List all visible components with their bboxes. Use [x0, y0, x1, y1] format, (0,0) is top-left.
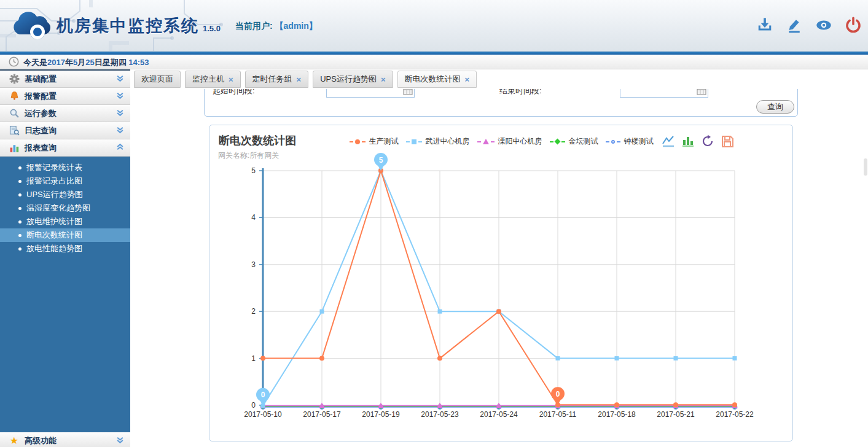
tab-定时任务组[interactable]: 定时任务组× [245, 71, 309, 88]
chevron-double-up-icon [116, 142, 124, 154]
sidebar-menu-item[interactable]: 基础配置 [0, 71, 130, 88]
tab-close-icon[interactable]: × [381, 75, 386, 84]
sidebar-submenu-item[interactable]: 断电次数统计图 [0, 228, 130, 242]
tab-UPS运行趋势图[interactable]: UPS运行趋势图× [313, 71, 393, 88]
date-bar: 今天是2017年5月25日星期四 14:53 [0, 55, 868, 69]
markpoint-pin: 0 [551, 387, 565, 405]
chart-panel: 断电次数统计图 网关名称:所有网关 生产测试武进中心机房溧阳中心机房金坛测试钟楼… [209, 125, 793, 441]
bullet-icon [18, 247, 22, 251]
bar-report-icon [9, 142, 20, 154]
bullet-icon [18, 193, 22, 196]
chevron-double-down-icon [116, 74, 124, 85]
x-tick-label: 2017-05-17 [303, 410, 341, 419]
sidebar-submenu-item[interactable]: UPS运行趋势图 [0, 188, 130, 201]
y-tick-label: 0 [251, 401, 256, 410]
x-tick-label: 2017-05-24 [480, 410, 518, 419]
x-tick-label: 2017-05-22 [716, 410, 754, 419]
search-icon [9, 108, 20, 119]
clock-icon [9, 56, 19, 67]
gear-icon [9, 74, 20, 85]
tab-close-icon[interactable]: × [229, 75, 233, 84]
x-tick-label: 2017-05-21 [657, 410, 695, 419]
sidebar-menu-item[interactable]: 日志查询 [0, 122, 130, 139]
x-tick-label: 2017-05-18 [598, 410, 636, 419]
sidebar-submenu-item[interactable]: 放电性能趋势图 [0, 242, 130, 255]
markpoint-pin: 0 [256, 388, 270, 406]
bullet-icon [18, 207, 22, 210]
download-icon[interactable] [756, 16, 773, 34]
y-tick-label: 2 [251, 307, 256, 316]
chevron-double-down-icon [116, 108, 124, 119]
scrollbar-thumb[interactable] [864, 158, 867, 176]
bullet-icon [18, 180, 22, 183]
bell-icon [9, 91, 20, 102]
tab-断电次数统计图[interactable]: 断电次数统计图× [397, 71, 477, 88]
tab-close-icon[interactable]: × [465, 75, 470, 84]
app-version: 1.5.0 [203, 24, 221, 33]
chevron-double-down-icon [116, 125, 124, 136]
sidebar-item-advanced[interactable]: ★ 高级功能 [0, 432, 130, 447]
markpoint-pin: 5 [374, 153, 388, 171]
sidebar: 基础配置 报警配置 运行参数 日志查询 报表查询 报警记录统计表报警记录占比图U… [0, 69, 130, 447]
app-logo-cloud-icon [9, 7, 53, 43]
svg-text:0: 0 [261, 391, 265, 399]
query-button[interactable]: 查询 [756, 100, 794, 114]
y-tick-label: 4 [251, 213, 256, 222]
eye-icon[interactable] [815, 16, 832, 34]
current-date-text: 今天是2017年5月25日星期四 14:53 [23, 57, 149, 68]
svg-text:5: 5 [379, 156, 383, 165]
sidebar-submenu-item[interactable]: 报警记录统计表 [0, 161, 130, 174]
star-icon: ★ [9, 435, 20, 446]
y-tick-label: 3 [251, 260, 256, 269]
sidebar-menu-item[interactable]: 运行参数 [0, 105, 130, 122]
tab-监控主机[interactable]: 监控主机× [185, 71, 241, 88]
tab-strip: 欢迎页面监控主机×定时任务组×UPS运行趋势图×断电次数统计图× [130, 69, 868, 89]
x-tick-label: 2017-05-19 [362, 410, 400, 419]
tab-close-icon[interactable]: × [297, 75, 302, 84]
x-tick-label: 2017-05-23 [421, 410, 459, 419]
app-title: 机房集中监控系统1.5.0 [57, 15, 221, 37]
x-tick-label: 2017-05-11 [539, 410, 577, 419]
x-tick-label: 2017-05-10 [244, 410, 282, 419]
tab-bar: 欢迎页面监控主机×定时任务组×UPS运行趋势图×断电次数统计图× [134, 71, 477, 88]
sidebar-submenu: 报警记录统计表报警记录占比图UPS运行趋势图温湿度变化趋势图放电维护统计图断电次… [0, 157, 130, 432]
current-user: 当前用户: 【admin】 [235, 21, 318, 32]
sidebar-submenu-item[interactable]: 温湿度变化趋势图 [0, 201, 130, 215]
y-tick-label: 5 [251, 166, 256, 175]
bullet-icon [18, 234, 22, 237]
sidebar-menu-item[interactable]: 报警配置 [0, 88, 130, 105]
bullet-icon [18, 220, 22, 224]
chevron-double-down-icon [116, 91, 124, 102]
tab-欢迎页面[interactable]: 欢迎页面 [134, 71, 181, 88]
y-tick-label: 1 [251, 354, 256, 363]
line-chart: 0123452017-05-102017-05-172017-05-192017… [209, 125, 792, 441]
sidebar-menu-item[interactable]: 报表查询 [0, 139, 130, 157]
app-header: 机房集中监控系统1.5.0 当前用户: 【admin】 [0, 0, 868, 52]
svg-text:0: 0 [556, 390, 560, 398]
log-search-icon [9, 125, 20, 136]
edit-icon[interactable] [786, 16, 803, 34]
chevron-double-down-icon [116, 435, 124, 446]
power-icon[interactable] [845, 16, 862, 34]
sidebar-submenu-item[interactable]: 放电维护统计图 [0, 215, 130, 228]
bullet-icon [18, 166, 22, 169]
sidebar-submenu-item[interactable]: 报警记录占比图 [0, 174, 130, 188]
